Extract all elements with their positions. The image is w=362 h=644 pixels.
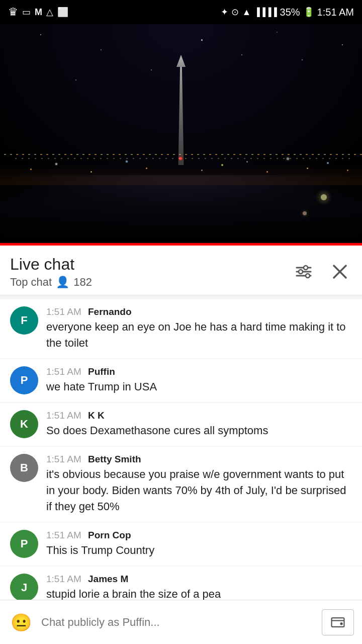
chat-input-bar: 😐 <box>0 600 362 644</box>
timestamp: 1:51 AM <box>46 366 81 377</box>
username: Porn Cop <box>88 530 131 540</box>
bluetooth-icon: ✦ <box>221 7 228 18</box>
message-content: 1:51 AM Fernando everyone keep an eye on… <box>46 306 352 351</box>
avatar: J <box>10 574 38 602</box>
message-meta: 1:51 AM Fernando <box>46 306 352 317</box>
battery-icon: 🔋 <box>303 7 314 18</box>
list-item: P 1:51 AM Puffin we hate Trump in USA <box>0 359 362 402</box>
timestamp: 1:51 AM <box>46 306 81 317</box>
message-text: everyone keep an eye on Joe he has a har… <box>46 319 352 351</box>
battery-percentage: 35% <box>280 7 300 18</box>
status-bar: ♛ ▭ M △ ⬜ ✦ ⊙ ▲ ▐▐▐▐ 35% 🔋 1:51 AM <box>0 0 362 24</box>
svg-rect-8 <box>332 618 344 627</box>
top-chat-label: Top chat <box>10 276 52 289</box>
crown-icon: ♛ <box>8 6 18 19</box>
message-text: So does Dexamethasone cures all symptoms <box>46 423 352 439</box>
city-lights <box>0 150 362 180</box>
viewer-count: 182 <box>73 276 92 289</box>
warning-icon: △ <box>46 7 53 18</box>
filter-button[interactable] <box>292 261 316 283</box>
mastodon-icon: M <box>35 7 42 18</box>
timestamp: 1:51 AM <box>46 454 81 464</box>
list-item: B 1:51 AM Betty Smith it's obvious becau… <box>0 447 362 522</box>
alarm-icon: ⊙ <box>231 7 239 18</box>
emoji-button[interactable]: 😐 <box>8 609 34 635</box>
username: James M <box>88 574 128 584</box>
username: K K <box>88 410 105 421</box>
close-icon <box>331 263 349 281</box>
status-icons-right: ✦ ⊙ ▲ ▐▐▐▐ 35% 🔋 1:51 AM <box>221 7 354 18</box>
avatar: B <box>10 454 38 482</box>
message-text: it's obvious because you praise w/e gove… <box>46 466 352 515</box>
folder-icon: ▭ <box>22 7 31 18</box>
close-button[interactable] <box>328 260 352 284</box>
message-meta: 1:51 AM James M <box>46 574 352 585</box>
message-content: 1:51 AM Puffin we hate Trump in USA <box>46 366 352 395</box>
signal-icon: ▐▐▐▐ <box>254 8 277 17</box>
message-content: 1:51 AM Betty Smith it's obvious because… <box>46 454 352 515</box>
svg-point-9 <box>340 622 342 625</box>
viewer-icon: 👤 <box>56 276 69 289</box>
livechat-title-area: Live chat Top chat 👤 182 <box>10 255 92 289</box>
send-icon <box>330 614 346 630</box>
filter-icon <box>295 264 313 280</box>
message-content: 1:51 AM K K So does Dexamethasone cures … <box>46 410 352 439</box>
list-item: P 1:51 AM Porn Cop This is Trump Country <box>0 523 362 566</box>
message-meta: 1:51 AM Betty Smith <box>46 454 352 465</box>
livechat-subtitle: Top chat 👤 182 <box>10 276 92 289</box>
send-button[interactable] <box>322 609 354 635</box>
list-item: K 1:51 AM K K So does Dexamethasone cure… <box>0 403 362 446</box>
message-meta: 1:51 AM Puffin <box>46 366 352 377</box>
video-progress-bar[interactable] <box>0 243 362 246</box>
avatar: P <box>10 366 38 394</box>
avatar: F <box>10 306 38 335</box>
timestamp: 1:51 AM <box>46 410 81 421</box>
status-icons-left: ♛ ▭ M △ ⬜ <box>8 6 68 19</box>
video-player[interactable] <box>0 24 362 246</box>
list-item: F 1:51 AM Fernando everyone keep an eye … <box>0 299 362 358</box>
message-content: 1:51 AM Porn Cop This is Trump Country <box>46 530 352 558</box>
username: Puffin <box>88 366 115 377</box>
username: Betty Smith <box>88 454 141 464</box>
message-text: This is Trump Country <box>46 542 352 558</box>
avatar: K <box>10 410 38 438</box>
svg-point-3 <box>304 266 308 270</box>
svg-point-4 <box>299 270 303 274</box>
message-content: 1:51 AM James M stupid lorie a brain the… <box>46 574 352 602</box>
chat-messages: F 1:51 AM Fernando everyone keep an eye … <box>0 295 362 644</box>
svg-point-5 <box>306 274 310 278</box>
emoji-icon: 😐 <box>11 612 32 632</box>
message-text: we hate Trump in USA <box>46 379 352 395</box>
message-meta: 1:51 AM K K <box>46 410 352 421</box>
message-meta: 1:51 AM Porn Cop <box>46 530 352 541</box>
clock: 1:51 AM <box>317 7 354 18</box>
timestamp: 1:51 AM <box>46 574 81 584</box>
wifi-icon: ▲ <box>242 7 251 18</box>
chat-input[interactable] <box>41 609 315 635</box>
livechat-title: Live chat <box>10 255 92 274</box>
livechat-header: Live chat Top chat 👤 182 <box>0 246 362 295</box>
livechat-actions <box>292 260 352 284</box>
video-scene <box>0 24 362 246</box>
image-icon: ⬜ <box>57 7 68 18</box>
timestamp: 1:51 AM <box>46 530 81 540</box>
avatar: P <box>10 530 38 558</box>
username: Fernando <box>88 306 132 317</box>
